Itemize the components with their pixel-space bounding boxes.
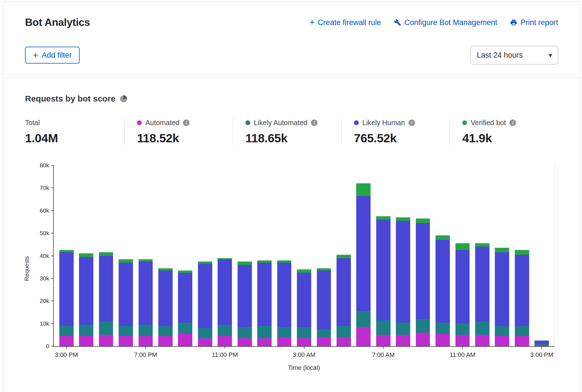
bar-segment-verified-bot[interactable] [59,250,74,252]
bar-segment-verified-bot[interactable] [337,255,351,258]
bar-segment-likely-automated[interactable] [99,321,113,335]
bar-segment-likely-human[interactable] [178,273,192,323]
bar-segment-automated[interactable] [99,335,113,346]
bar-segment-automated[interactable] [178,334,192,346]
bar-segment-likely-automated[interactable] [297,327,311,338]
bar-segment-verified-bot[interactable] [238,262,252,265]
stacked-bar-6-00-pm[interactable] [119,165,133,346]
bar-segment-automated[interactable] [198,338,212,346]
bar-segment-likely-automated[interactable] [178,323,192,334]
bar-segment-likely-automated[interactable] [515,326,529,336]
stacked-bar-5-00-am[interactable] [337,165,351,346]
stacked-bar-6-00-am[interactable] [356,165,371,346]
bar-segment-likely-human[interactable] [337,258,351,326]
stacked-bar-1-00-pm[interactable] [495,165,509,346]
bar-segment-verified-bot[interactable] [158,268,173,271]
bar-segment-verified-bot[interactable] [436,235,450,240]
bar-segment-likely-automated[interactable] [416,319,430,333]
stacked-bar-8-00-pm[interactable] [158,165,173,346]
bar-segment-likely-automated[interactable] [475,321,489,335]
bar-segment-automated[interactable] [416,333,430,346]
bar-segment-likely-automated[interactable] [337,326,351,337]
bar-segment-likely-automated[interactable] [139,325,153,336]
stacked-bar-7-00-am[interactable] [376,165,391,346]
stacked-bar-9-00-pm[interactable] [178,165,192,346]
bar-segment-likely-automated[interactable] [356,311,371,327]
bar-segment-automated[interactable] [436,334,450,346]
stacked-bar-3-00-pm[interactable] [534,165,549,346]
stacked-bar-2-00-pm[interactable] [515,165,529,346]
stacked-bar-12-00-am[interactable] [238,165,252,346]
stacked-bar-7-00-pm[interactable] [139,165,153,346]
stacked-bar-10-00-pm[interactable] [198,165,212,346]
bar-segment-verified-bot[interactable] [356,183,371,196]
bar-segment-automated[interactable] [139,336,153,346]
bar-segment-automated[interactable] [317,337,331,346]
bar-segment-automated[interactable] [356,327,371,346]
bar-segment-likely-human[interactable] [297,273,311,327]
action-link-print-report[interactable]: Print report [510,18,558,27]
bar-segment-likely-human[interactable] [455,250,470,323]
bar-segment-automated[interactable] [396,335,410,346]
bar-segment-likely-human[interactable] [238,265,252,327]
bar-segment-likely-automated[interactable] [396,323,410,335]
bar-segment-likely-automated[interactable] [198,328,212,338]
bar-segment-likely-human[interactable] [475,247,489,321]
bar-segment-likely-automated[interactable] [158,326,173,336]
bar-segment-likely-automated[interactable] [317,329,331,337]
bar-segment-verified-bot[interactable] [376,216,391,220]
add-filter-button[interactable]: + Add filter [25,47,80,64]
bar-segment-automated[interactable] [59,336,74,346]
bar-segment-likely-automated[interactable] [218,325,232,336]
bar-segment-verified-bot[interactable] [198,262,212,264]
info-icon[interactable]: i [409,120,415,126]
bar-segment-likely-human[interactable] [99,256,113,321]
bar-segment-automated[interactable] [376,335,391,346]
bar-segment-verified-bot[interactable] [455,243,470,250]
bar-segment-likely-automated[interactable] [495,326,509,336]
bar-segment-likely-human[interactable] [495,252,509,326]
bar-segment-verified-bot[interactable] [79,253,93,257]
bar-segment-verified-bot[interactable] [495,248,509,252]
stacked-bar-5-00-pm[interactable] [99,165,113,346]
bar-segment-likely-human[interactable] [436,240,450,322]
bar-segment-likely-human[interactable] [515,255,529,326]
bar-segment-likely-human[interactable] [257,263,272,326]
stacked-bar-11-00-pm[interactable] [218,165,232,346]
bar-segment-likely-automated[interactable] [436,323,450,334]
bar-segment-likely-automated[interactable] [455,324,470,335]
bar-segment-likely-human[interactable] [534,341,549,344]
info-icon[interactable]: i [183,120,190,126]
bar-segment-verified-bot[interactable] [396,217,410,221]
bar-segment-likely-human[interactable] [317,271,331,329]
bar-segment-likely-automated[interactable] [257,326,272,338]
bar-segment-verified-bot[interactable] [257,260,272,263]
bar-segment-likely-human[interactable] [376,220,391,320]
bar-segment-likely-human[interactable] [356,196,371,311]
bar-segment-automated[interactable] [455,335,470,346]
bar-segment-likely-human[interactable] [59,252,74,326]
stacked-bar-4-00-pm[interactable] [79,165,93,346]
stacked-bar-4-00-am[interactable] [317,165,331,346]
bar-segment-likely-automated[interactable] [119,326,133,336]
stacked-bar-12-00-pm[interactable] [475,165,489,346]
bar-segment-automated[interactable] [337,337,351,346]
bar-segment-automated[interactable] [475,335,489,346]
stacked-bar-8-00-am[interactable] [396,165,410,346]
bar-segment-likely-automated[interactable] [59,326,74,336]
bar-segment-likely-automated[interactable] [238,327,252,338]
bar-segment-verified-bot[interactable] [277,260,292,263]
bar-segment-verified-bot[interactable] [139,259,153,262]
bar-segment-likely-automated[interactable] [277,327,292,337]
action-link-create-firewall-rule[interactable]: +Create firewall rule [309,18,381,27]
bar-segment-likely-human[interactable] [79,257,93,325]
bar-segment-likely-human[interactable] [139,262,153,325]
bar-segment-likely-human[interactable] [416,223,430,319]
stacked-bar-9-00-am[interactable] [416,165,430,346]
info-icon[interactable]: i [509,120,516,126]
bar-segment-likely-automated[interactable] [376,320,391,335]
stacked-bar-3-00-am[interactable] [297,165,311,346]
stacked-bar-11-00-am[interactable] [455,165,470,346]
info-icon[interactable]: i [311,120,317,126]
bar-segment-likely-human[interactable] [198,264,212,328]
